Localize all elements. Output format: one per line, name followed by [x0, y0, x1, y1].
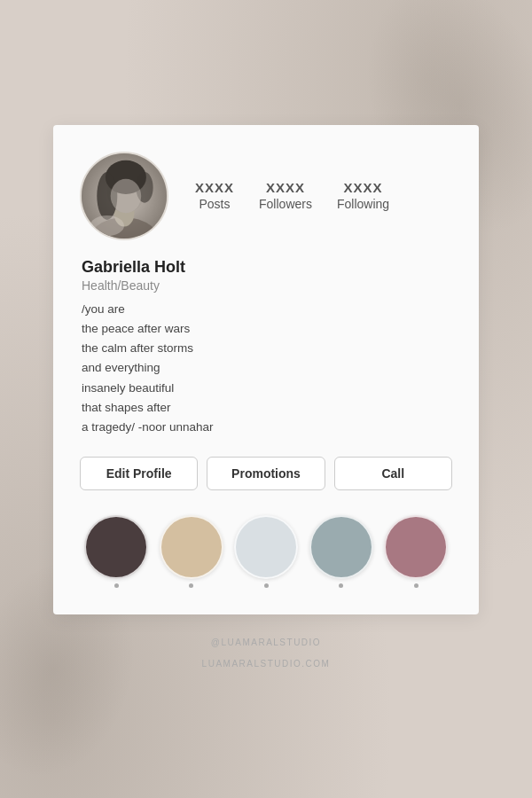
avatar-wrapper [80, 152, 168, 240]
profile-name: Gabriella Holt [82, 258, 452, 277]
bio-line3: the calm after storms [82, 341, 193, 355]
swatch-dot-dark [114, 583, 119, 588]
footer-watermark: @LUAMARALSTUDIO LUAMARALSTUDIO.COM [202, 630, 331, 673]
swatch-gray [309, 515, 373, 588]
swatch-dot-beige [189, 583, 193, 588]
swatch-dark [84, 515, 148, 588]
call-button[interactable]: Call [334, 457, 452, 490]
swatch-circle-beige[interactable] [160, 515, 223, 579]
svg-point-7 [111, 178, 142, 212]
swatch-circle-light[interactable] [234, 515, 298, 579]
promotions-button[interactable]: Promotions [207, 457, 325, 490]
bio-line1: /you are [82, 302, 125, 316]
swatch-circle-mauve[interactable] [384, 515, 448, 579]
profile-top: XXXX Posts XXXX Followers XXXX Following [80, 152, 452, 240]
swatch-dot-gray [339, 583, 343, 588]
followers-label: Followers [259, 197, 312, 211]
swatch-mauve [384, 515, 448, 588]
stat-following: XXXX Following [337, 180, 389, 211]
action-buttons: Edit Profile Promotions Call [80, 457, 452, 490]
bio-line6: that shapes after [82, 401, 171, 414]
avatar [80, 152, 168, 240]
profile-card: XXXX Posts XXXX Followers XXXX Following… [53, 125, 479, 615]
stats-row: XXXX Posts XXXX Followers XXXX Following [195, 180, 452, 211]
following-value: XXXX [343, 180, 382, 195]
bio-line5: insanely beautiful [82, 381, 174, 395]
bio-section: Gabriella Holt Health/Beauty /you are th… [80, 258, 452, 438]
posts-label: Posts [200, 197, 231, 211]
following-label: Following [337, 197, 389, 211]
bio-line7: a tragedy/ -noor unnahar [82, 420, 214, 434]
swatch-dot-light [264, 583, 269, 588]
watermark-line1: @LUAMARALSTUDIO [211, 638, 321, 647]
watermark-line2: LUAMARALSTUDIO.COM [202, 659, 331, 669]
bio-line4: and everything [82, 361, 160, 374]
swatch-circle-gray[interactable] [309, 515, 373, 579]
swatch-circle-dark[interactable] [84, 515, 148, 579]
edit-profile-button[interactable]: Edit Profile [80, 457, 198, 490]
followers-value: XXXX [266, 180, 305, 195]
profile-bio: /you are the peace after wars the calm a… [82, 300, 452, 438]
swatches-section [80, 515, 452, 588]
swatch-light [234, 515, 298, 588]
stat-posts: XXXX Posts [195, 180, 234, 211]
posts-value: XXXX [195, 180, 234, 195]
swatch-dot-mauve [414, 583, 419, 588]
svg-point-8 [90, 215, 124, 236]
profile-category: Health/Beauty [82, 278, 452, 293]
stat-followers: XXXX Followers [259, 180, 312, 211]
swatches-row [80, 515, 452, 588]
bio-line2: the peace after wars [82, 322, 190, 335]
swatch-beige [160, 515, 223, 588]
